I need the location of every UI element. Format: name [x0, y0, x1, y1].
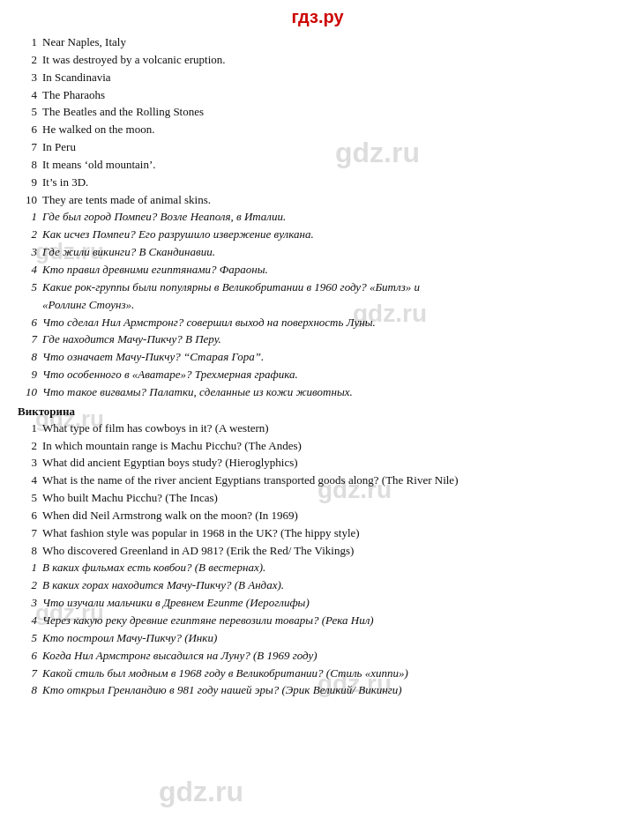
- main-content: 1Near Naples, Italy2It was destroyed by …: [18, 34, 617, 699]
- item-number: 9: [18, 367, 42, 383]
- list-item: 7In Peru: [18, 139, 617, 156]
- list-item: 6When did Neil Armstrong walk on the moo…: [18, 508, 617, 524]
- item-text: «Роллинг Стоунз».: [42, 297, 134, 314]
- item-text: The Pharaohs: [42, 87, 105, 104]
- item-number: 8: [18, 349, 42, 366]
- item-text: В каких горах находится Мачу-Пикчу? (В А…: [42, 577, 284, 594]
- item-text: В каких фильмах есть ковбои? (В вестерна…: [42, 560, 265, 576]
- list-item: 7Какой стиль был модным в 1968 году в Ве…: [18, 665, 617, 682]
- item-number: 1: [18, 560, 42, 576]
- item-text: Какие рок-группы были популярны в Велико…: [42, 279, 420, 296]
- item-number: [18, 297, 42, 314]
- item-text: Где находится Мачу-Пикчу? В Перу.: [42, 331, 221, 348]
- item-number: 8: [18, 157, 42, 174]
- item-text: What fashion style was popular in 1968 i…: [42, 525, 360, 542]
- item-number: 6: [18, 122, 42, 138]
- item-number: 7: [18, 139, 42, 156]
- item-number: 2: [18, 438, 42, 455]
- item-text: Как исчез Помпеи? Его разрушило извержен…: [42, 227, 314, 243]
- list-item: 1Near Naples, Italy: [18, 34, 617, 51]
- list-item: 9It’s in 3D.: [18, 175, 617, 191]
- list-item: 1В каких фильмах есть ковбои? (В вестерн…: [18, 560, 617, 576]
- list-item: 8Who discovered Greenland in AD 981? (Er…: [18, 543, 617, 560]
- item-text: What is the name of the river ancient Eg…: [42, 472, 458, 489]
- list-item: 10Что такое вигвамы? Палатки, сделанные …: [18, 384, 617, 401]
- item-text: In Scandinavia: [42, 70, 111, 86]
- item-text: Кто построил Мачу-Пикчу? (Инки): [42, 630, 217, 647]
- item-number: 3: [18, 595, 42, 612]
- item-number: 6: [18, 648, 42, 665]
- item-number: 2: [18, 52, 42, 69]
- item-text: It means ‘old mountain’.: [42, 157, 156, 174]
- list-item: 3Что изучали мальчики в Древнем Египте (…: [18, 595, 617, 612]
- item-text: When did Neil Armstrong walk on the moon…: [42, 508, 298, 524]
- list-item: 6Что сделал Нил Армстронг? совершил выхо…: [18, 315, 617, 331]
- section2-english: 1What type of film has cowboys in it? (A…: [18, 420, 617, 560]
- list-item: 9Что особенного в «Аватаре»? Трехмерная …: [18, 367, 617, 383]
- section2-russian: 1В каких фильмах есть ковбои? (В вестерн…: [18, 560, 617, 699]
- item-text: It was destroyed by a volcanic eruption.: [42, 52, 226, 69]
- item-number: 3: [18, 455, 42, 472]
- list-item: 7What fashion style was popular in 1968 …: [18, 525, 617, 542]
- section1-russian: 1Где был город Помпеи? Возле Неаполя, в …: [18, 209, 617, 400]
- item-number: 3: [18, 244, 42, 261]
- list-item: 8It means ‘old mountain’.: [18, 157, 617, 174]
- item-text: Who built Machu Picchu? (The Incas): [42, 490, 218, 507]
- item-number: 9: [18, 175, 42, 191]
- list-item: 3In Scandinavia: [18, 70, 617, 86]
- site-header: гдз.ру: [18, 7, 617, 27]
- item-text: Кто открыл Гренландию в 981 году нашей э…: [42, 682, 402, 699]
- item-text: It’s in 3D.: [42, 175, 88, 191]
- item-text: The Beatles and the Rolling Stones: [42, 104, 204, 121]
- list-item: 3What did ancient Egyptian boys study? (…: [18, 455, 617, 472]
- item-number: 7: [18, 525, 42, 542]
- item-number: 8: [18, 682, 42, 699]
- item-number: 5: [18, 104, 42, 121]
- item-text: Что изучали мальчики в Древнем Египте (И…: [42, 595, 310, 612]
- list-item: 4Через какую реку древние египтяне перев…: [18, 613, 617, 629]
- item-number: 6: [18, 315, 42, 331]
- item-number: 5: [18, 490, 42, 507]
- list-item: 5Who built Machu Picchu? (The Incas): [18, 490, 617, 507]
- list-item: 2Как исчез Помпеи? Его разрушило изверже…: [18, 227, 617, 243]
- list-item: 10They are tents made of animal skins.: [18, 192, 617, 209]
- list-item: 6Когда Нил Армстронг высадился на Луну? …: [18, 648, 617, 665]
- list-item: 5Какие рок-группы были популярны в Велик…: [18, 279, 617, 296]
- item-text: Какой стиль был модным в 1968 году в Вел…: [42, 665, 408, 682]
- list-item: 4Кто правил древними египтянами? Фараоны…: [18, 262, 617, 279]
- watermark-8: gdz.ru: [159, 776, 243, 808]
- item-number: 1: [18, 34, 42, 51]
- list-item: 4What is the name of the river ancient E…: [18, 472, 617, 489]
- item-number: 5: [18, 279, 42, 296]
- list-item: 1Где был город Помпеи? Возле Неаполя, в …: [18, 209, 617, 226]
- item-text: Через какую реку древние египтяне перево…: [42, 613, 374, 629]
- list-item: 5The Beatles and the Rolling Stones: [18, 104, 617, 121]
- item-number: 5: [18, 630, 42, 647]
- item-number: 3: [18, 70, 42, 86]
- item-number: 2: [18, 577, 42, 594]
- list-item: 2It was destroyed by a volcanic eruption…: [18, 52, 617, 69]
- item-text: What did ancient Egyptian boys study? (H…: [42, 455, 298, 472]
- item-number: 1: [18, 209, 42, 226]
- item-number: 1: [18, 420, 42, 437]
- item-text: Что сделал Нил Армстронг? совершил выход…: [42, 315, 376, 331]
- list-item: 3Где жили викинги? В Скандинавии.: [18, 244, 617, 261]
- item-number: 8: [18, 543, 42, 560]
- item-number: 4: [18, 613, 42, 629]
- item-text: Где жили викинги? В Скандинавии.: [42, 244, 215, 261]
- item-text: Кто правил древними египтянами? Фараоны.: [42, 262, 268, 279]
- item-text: Где был город Помпеи? Возле Неаполя, в И…: [42, 209, 286, 226]
- item-number: 6: [18, 508, 42, 524]
- item-text: He walked on the moon.: [42, 122, 154, 138]
- list-item: 8Что означает Мачу-Пикчу? “Старая Гора”.: [18, 349, 617, 366]
- list-item: 1What type of film has cowboys in it? (A…: [18, 420, 617, 437]
- item-number: 7: [18, 665, 42, 682]
- item-text: In which mountain range is Machu Picchu?…: [42, 438, 302, 455]
- list-item: 5Кто построил Мачу-Пикчу? (Инки): [18, 630, 617, 647]
- item-text: Что особенного в «Аватаре»? Трехмерная г…: [42, 367, 298, 383]
- item-text: What type of film has cowboys in it? (A …: [42, 420, 269, 437]
- list-item: «Роллинг Стоунз».: [18, 297, 617, 314]
- item-number: 4: [18, 262, 42, 279]
- item-number: 4: [18, 472, 42, 489]
- item-number: 10: [18, 384, 42, 401]
